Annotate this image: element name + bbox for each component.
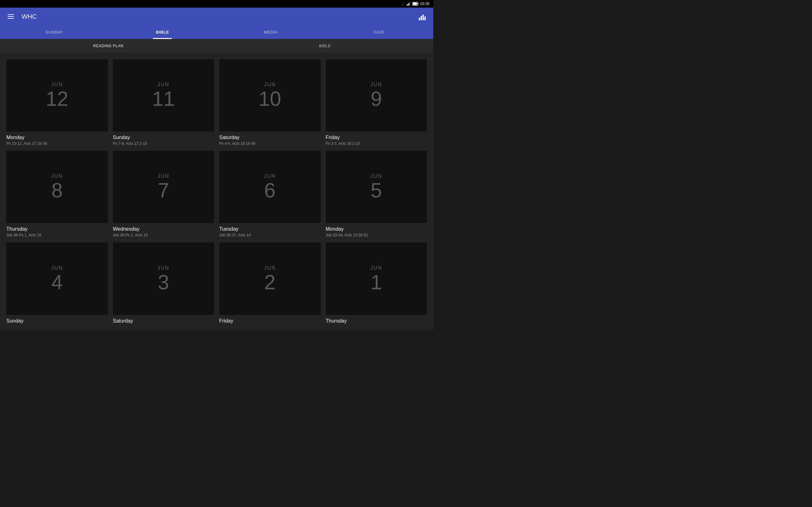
- calendar-card-image: JUN 2: [219, 242, 321, 315]
- calendar-card-day: 1: [370, 272, 382, 292]
- calendar-card[interactable]: JUN 11 Sunday Ps 7-9, Acts 17:1-15: [113, 59, 214, 146]
- calendar-card-day: 12: [46, 89, 68, 109]
- calendar-card-label: Thursday: [326, 318, 427, 324]
- sub-tab-bible[interactable]: BIBLE: [217, 39, 433, 53]
- calendar-card-label: Saturday: [113, 318, 214, 324]
- calendar-card[interactable]: JUN 1 Thursday: [326, 242, 427, 324]
- calendar-card-dayname: Saturday: [113, 318, 214, 324]
- calendar-card-image: JUN 5: [326, 151, 427, 223]
- calendar-card-dayname: Thursday: [6, 226, 108, 232]
- calendar-card-reading: Ps 7-9, Acts 17:1-15: [113, 141, 214, 146]
- app-title: WHC: [21, 13, 416, 20]
- calendar-card-dayname: Friday: [219, 318, 321, 324]
- sub-tab-navigation: READING PLAN BIBLE: [0, 39, 433, 53]
- calendar-card-dayname: Thursday: [326, 318, 427, 324]
- calendar-card-day: 4: [51, 272, 63, 292]
- calendar-card-day: 8: [51, 180, 63, 201]
- svg-rect-2: [409, 3, 409, 6]
- calendar-card[interactable]: JUN 4 Sunday: [6, 242, 108, 324]
- calendar-card-month: JUN: [264, 173, 275, 179]
- tab-media[interactable]: MEDIA: [217, 25, 325, 39]
- calendar-card-dayname: Saturday: [219, 135, 321, 140]
- calendar-card-day: 9: [370, 89, 382, 109]
- calendar-card-label: Sunday: [6, 318, 108, 324]
- calendar-card[interactable]: JUN 10 Saturday Ps 4-6, Acts 16:16-40: [219, 59, 321, 146]
- calendar-card-reading: Ps 10-12, Acts 17:16-34: [6, 141, 108, 146]
- calendar-card-label: Saturday Ps 4-6, Acts 16:16-40: [219, 135, 321, 146]
- svg-rect-3: [409, 2, 410, 6]
- calendar-grid: JUN 12 Monday Ps 10-12, Acts 17:16-34 JU…: [6, 59, 427, 324]
- calendar-card[interactable]: JUN 5 Monday Job 33-34, Acts 13:26-52: [326, 151, 427, 237]
- calendar-card[interactable]: JUN 3 Saturday: [113, 242, 214, 324]
- calendar-card-label: Friday: [219, 318, 321, 324]
- calendar-card-month: JUN: [158, 173, 169, 179]
- calendar-card[interactable]: JUN 7 Wednesday Job 38-Ps 1, Acts 15: [113, 151, 214, 237]
- calendar-card-dayname: Friday: [326, 135, 427, 140]
- calendar-card-dayname: Tuesday: [219, 226, 321, 232]
- calendar-card-image: JUN 9: [326, 59, 427, 131]
- calendar-card[interactable]: JUN 12 Monday Ps 10-12, Acts 17:16-34: [6, 59, 108, 146]
- calendar-card-reading: Job 38-Ps 1, Acts 15: [113, 233, 214, 237]
- calendar-card-reading: Ps 2-3, Acts 16:1-15: [326, 141, 427, 146]
- calendar-card-reading: Job 35-37, Acts 14: [219, 233, 321, 237]
- calendar-card-month: JUN: [370, 82, 382, 88]
- calendar-card-day: 10: [258, 89, 281, 109]
- calendar-card-day: 11: [152, 89, 175, 109]
- battery-icon: [412, 2, 419, 6]
- calendar-card-month: JUN: [158, 82, 169, 88]
- calendar-card-image: JUN 12: [6, 59, 108, 131]
- calendar-card-label: Monday Job 33-34, Acts 13:26-52: [326, 226, 427, 237]
- calendar-card-month: JUN: [51, 265, 63, 271]
- calendar-card-image: JUN 10: [219, 59, 321, 131]
- calendar-card-day: 6: [264, 180, 275, 201]
- menu-button[interactable]: [5, 12, 16, 21]
- calendar-card-label: Sunday Ps 7-9, Acts 17:1-15: [113, 135, 214, 146]
- calendar-card-month: JUN: [264, 265, 275, 271]
- tab-navigation: SUNDAY BIBLE MEDIA GIVE: [0, 25, 433, 39]
- signal-icon: [407, 2, 411, 6]
- calendar-card-dayname: Sunday: [113, 135, 214, 140]
- svg-rect-0: [407, 4, 407, 6]
- tab-give[interactable]: GIVE: [325, 25, 434, 39]
- content-area: JUN 12 Monday Ps 10-12, Acts 17:16-34 JU…: [0, 53, 433, 330]
- calendar-card-image: JUN 3: [113, 242, 214, 315]
- calendar-card-image: JUN 11: [113, 59, 214, 131]
- top-bar: WHC: [0, 8, 433, 25]
- calendar-card-label: Monday Ps 10-12, Acts 17:16-34: [6, 135, 108, 146]
- calendar-card-dayname: Wednesday: [113, 226, 214, 232]
- status-icons: 10:26: [400, 2, 429, 6]
- calendar-card-month: JUN: [51, 82, 63, 88]
- calendar-card-month: JUN: [264, 82, 275, 88]
- calendar-card-label: Friday Ps 2-3, Acts 16:1-15: [326, 135, 427, 146]
- calendar-card-day: 2: [264, 272, 275, 292]
- calendar-card-reading: Ps 4-6, Acts 16:16-40: [219, 141, 321, 146]
- calendar-card-day: 3: [158, 272, 169, 292]
- svg-rect-1: [408, 4, 408, 6]
- calendar-card-month: JUN: [370, 265, 382, 271]
- calendar-card-month: JUN: [51, 173, 63, 179]
- calendar-card-day: 5: [370, 180, 382, 201]
- sub-tab-reading-plan[interactable]: READING PLAN: [0, 39, 217, 53]
- calendar-card-image: JUN 6: [219, 151, 321, 223]
- calendar-card[interactable]: JUN 2 Friday: [219, 242, 321, 324]
- calendar-card-reading: Job 33-34, Acts 13:26-52: [326, 233, 427, 237]
- calendar-card-image: JUN 8: [6, 151, 108, 223]
- calendar-card-dayname: Monday: [6, 135, 108, 140]
- calendar-card-reading: Job 38-Ps 1, Acts 15: [6, 233, 108, 237]
- status-bar: 10:26: [0, 0, 433, 8]
- tab-bible[interactable]: BIBLE: [108, 25, 217, 39]
- status-time: 10:26: [420, 2, 429, 6]
- calendar-card-dayname: Monday: [326, 226, 427, 232]
- calendar-card-month: JUN: [158, 265, 169, 271]
- calendar-card[interactable]: JUN 8 Thursday Job 38-Ps 1, Acts 15: [6, 151, 108, 237]
- svg-rect-6: [413, 3, 417, 5]
- calendar-card-image: JUN 4: [6, 242, 108, 315]
- calendar-card-month: JUN: [370, 173, 382, 179]
- calendar-card[interactable]: JUN 9 Friday Ps 2-3, Acts 16:1-15: [326, 59, 427, 146]
- svg-rect-5: [418, 3, 418, 4]
- tab-sunday[interactable]: SUNDAY: [0, 25, 108, 39]
- calendar-card-label: Tuesday Job 35-37, Acts 14: [219, 226, 321, 237]
- calendar-card-label: Wednesday Job 38-Ps 1, Acts 15: [113, 226, 214, 237]
- calendar-card[interactable]: JUN 6 Tuesday Job 35-37, Acts 14: [219, 151, 321, 237]
- bar-chart-button[interactable]: [416, 10, 428, 23]
